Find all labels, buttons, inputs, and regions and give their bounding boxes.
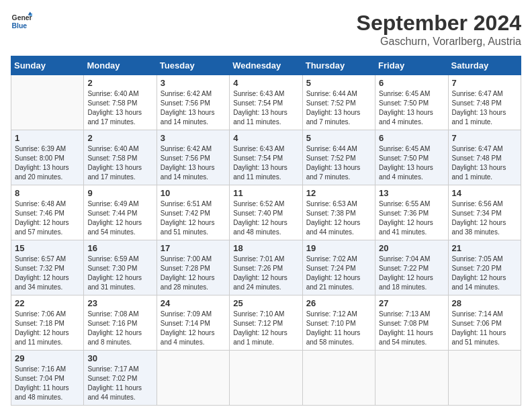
calendar-cell: 2Sunrise: 6:40 AMSunset: 7:58 PMDaylight… bbox=[84, 75, 157, 130]
calendar-cell: 6Sunrise: 6:45 AMSunset: 7:50 PMDaylight… bbox=[375, 75, 448, 130]
calendar-cell: 16Sunrise: 6:59 AMSunset: 7:30 PMDayligh… bbox=[84, 240, 157, 295]
day-info: Sunrise: 6:56 AMSunset: 7:34 PMDaylight:… bbox=[452, 200, 506, 236]
calendar-cell: 8Sunrise: 6:48 AMSunset: 7:46 PMDaylight… bbox=[11, 185, 84, 240]
day-number: 21 bbox=[452, 243, 517, 253]
calendar-cell: 25Sunrise: 7:10 AMSunset: 7:12 PMDayligh… bbox=[230, 295, 302, 351]
calendar-row: 29Sunrise: 7:16 AMSunset: 7:04 PMDayligh… bbox=[11, 351, 521, 406]
day-info: Sunrise: 7:16 AMSunset: 7:04 PMDaylight:… bbox=[15, 365, 69, 401]
day-info: Sunrise: 6:42 AMSunset: 7:56 PMDaylight:… bbox=[161, 145, 215, 181]
day-number: 23 bbox=[87, 298, 152, 308]
page-header: General Blue September 2024 Gaschurn, Vo… bbox=[11, 11, 521, 48]
day-info: Sunrise: 7:00 AMSunset: 7:28 PMDaylight:… bbox=[161, 255, 215, 291]
day-info: Sunrise: 6:49 AMSunset: 7:44 PMDaylight:… bbox=[87, 200, 142, 236]
calendar-table: Sunday Monday Tuesday Wednesday Thursday… bbox=[11, 56, 521, 406]
calendar-cell: 14Sunrise: 6:56 AMSunset: 7:34 PMDayligh… bbox=[448, 185, 521, 240]
calendar-cell: 1Sunrise: 6:39 AMSunset: 8:00 PMDaylight… bbox=[11, 130, 84, 185]
day-number: 24 bbox=[161, 298, 226, 308]
day-number: 7 bbox=[452, 133, 517, 143]
day-info: Sunrise: 7:01 AMSunset: 7:26 PMDaylight:… bbox=[233, 255, 287, 291]
day-number: 1 bbox=[15, 133, 80, 143]
svg-text:Blue: Blue bbox=[12, 22, 28, 30]
calendar-cell: 7Sunrise: 6:47 AMSunset: 7:48 PMDaylight… bbox=[448, 130, 521, 185]
day-info: Sunrise: 6:57 AMSunset: 7:32 PMDaylight:… bbox=[15, 255, 69, 291]
day-info: Sunrise: 7:17 AMSunset: 7:02 PMDaylight:… bbox=[87, 365, 142, 401]
day-info: Sunrise: 6:44 AMSunset: 7:52 PMDaylight:… bbox=[306, 90, 361, 126]
calendar-cell: 10Sunrise: 6:51 AMSunset: 7:42 PMDayligh… bbox=[157, 185, 229, 240]
day-info: Sunrise: 6:39 AMSunset: 8:00 PMDaylight:… bbox=[15, 145, 69, 181]
day-info: Sunrise: 7:04 AMSunset: 7:22 PMDaylight:… bbox=[379, 255, 433, 291]
day-info: Sunrise: 6:55 AMSunset: 7:36 PMDaylight:… bbox=[379, 200, 433, 236]
day-number: 26 bbox=[306, 298, 371, 308]
calendar-cell bbox=[302, 351, 375, 406]
calendar-cell: 3Sunrise: 6:42 AMSunset: 7:56 PMDaylight… bbox=[157, 130, 229, 185]
location-title: Gaschurn, Vorarlberg, Austria bbox=[357, 36, 521, 48]
day-number: 13 bbox=[379, 188, 444, 198]
calendar-cell: 22Sunrise: 7:06 AMSunset: 7:18 PMDayligh… bbox=[11, 295, 84, 351]
header-friday: Friday bbox=[375, 56, 448, 75]
day-number: 10 bbox=[161, 188, 226, 198]
calendar-cell: 30Sunrise: 7:17 AMSunset: 7:02 PMDayligh… bbox=[84, 351, 157, 406]
calendar-row: 1Sunrise: 6:39 AMSunset: 8:00 PMDaylight… bbox=[11, 130, 521, 185]
day-number: 6 bbox=[379, 78, 444, 88]
day-info: Sunrise: 6:45 AMSunset: 7:50 PMDaylight:… bbox=[379, 90, 433, 126]
calendar-cell bbox=[230, 351, 302, 406]
day-info: Sunrise: 6:45 AMSunset: 7:50 PMDaylight:… bbox=[379, 145, 433, 181]
day-info: Sunrise: 7:06 AMSunset: 7:18 PMDaylight:… bbox=[15, 310, 69, 346]
calendar-cell: 4Sunrise: 6:43 AMSunset: 7:54 PMDaylight… bbox=[230, 75, 302, 130]
day-info: Sunrise: 6:47 AMSunset: 7:48 PMDaylight:… bbox=[452, 90, 506, 126]
day-number: 30 bbox=[87, 353, 152, 363]
day-info: Sunrise: 6:47 AMSunset: 7:48 PMDaylight:… bbox=[452, 145, 506, 181]
calendar-cell: 11Sunrise: 6:52 AMSunset: 7:40 PMDayligh… bbox=[230, 185, 302, 240]
calendar-cell: 17Sunrise: 7:00 AMSunset: 7:28 PMDayligh… bbox=[157, 240, 229, 295]
calendar-cell: 7Sunrise: 6:47 AMSunset: 7:48 PMDaylight… bbox=[448, 75, 521, 130]
calendar-row: 8Sunrise: 6:48 AMSunset: 7:46 PMDaylight… bbox=[11, 185, 521, 240]
calendar-cell bbox=[448, 351, 521, 406]
calendar-cell: 20Sunrise: 7:04 AMSunset: 7:22 PMDayligh… bbox=[375, 240, 448, 295]
day-number: 8 bbox=[15, 188, 80, 198]
day-number: 29 bbox=[15, 353, 80, 363]
day-number: 6 bbox=[379, 133, 444, 143]
day-number: 25 bbox=[233, 298, 298, 308]
day-info: Sunrise: 7:13 AMSunset: 7:08 PMDaylight:… bbox=[379, 310, 433, 346]
day-info: Sunrise: 6:44 AMSunset: 7:52 PMDaylight:… bbox=[306, 145, 361, 181]
calendar-cell: 24Sunrise: 7:09 AMSunset: 7:14 PMDayligh… bbox=[157, 295, 229, 351]
day-number: 16 bbox=[87, 243, 152, 253]
day-number: 12 bbox=[306, 188, 371, 198]
calendar-row: 15Sunrise: 6:57 AMSunset: 7:32 PMDayligh… bbox=[11, 240, 521, 295]
header-saturday: Saturday bbox=[448, 56, 521, 75]
calendar-cell: 12Sunrise: 6:53 AMSunset: 7:38 PMDayligh… bbox=[302, 185, 375, 240]
day-info: Sunrise: 6:51 AMSunset: 7:42 PMDaylight:… bbox=[161, 200, 215, 236]
day-number: 19 bbox=[306, 243, 371, 253]
calendar-cell: 5Sunrise: 6:44 AMSunset: 7:52 PMDaylight… bbox=[302, 75, 375, 130]
day-info: Sunrise: 6:40 AMSunset: 7:58 PMDaylight:… bbox=[87, 90, 142, 126]
day-number: 3 bbox=[161, 78, 226, 88]
calendar-row: 22Sunrise: 7:06 AMSunset: 7:18 PMDayligh… bbox=[11, 295, 521, 351]
day-info: Sunrise: 7:10 AMSunset: 7:12 PMDaylight:… bbox=[233, 310, 287, 346]
calendar-cell: 21Sunrise: 7:05 AMSunset: 7:20 PMDayligh… bbox=[448, 240, 521, 295]
day-info: Sunrise: 6:48 AMSunset: 7:46 PMDaylight:… bbox=[15, 200, 69, 236]
logo-icon: General Blue bbox=[11, 11, 32, 32]
day-number: 3 bbox=[161, 133, 226, 143]
header-wednesday: Wednesday bbox=[230, 56, 302, 75]
day-info: Sunrise: 6:43 AMSunset: 7:54 PMDaylight:… bbox=[233, 145, 287, 181]
svg-text:General: General bbox=[12, 14, 32, 21]
day-number: 22 bbox=[15, 298, 80, 308]
calendar-cell bbox=[375, 351, 448, 406]
header-monday: Monday bbox=[84, 56, 157, 75]
logo: General Blue bbox=[11, 11, 32, 32]
day-number: 4 bbox=[233, 78, 298, 88]
calendar-cell: 5Sunrise: 6:44 AMSunset: 7:52 PMDaylight… bbox=[302, 130, 375, 185]
calendar-cell: 28Sunrise: 7:14 AMSunset: 7:06 PMDayligh… bbox=[448, 295, 521, 351]
day-number: 17 bbox=[161, 243, 226, 253]
calendar-cell: 19Sunrise: 7:02 AMSunset: 7:24 PMDayligh… bbox=[302, 240, 375, 295]
calendar-cell: 29Sunrise: 7:16 AMSunset: 7:04 PMDayligh… bbox=[11, 351, 84, 406]
day-info: Sunrise: 6:59 AMSunset: 7:30 PMDaylight:… bbox=[87, 255, 142, 291]
calendar-cell: 13Sunrise: 6:55 AMSunset: 7:36 PMDayligh… bbox=[375, 185, 448, 240]
calendar-cell bbox=[157, 351, 229, 406]
day-info: Sunrise: 7:14 AMSunset: 7:06 PMDaylight:… bbox=[452, 310, 506, 346]
month-title: September 2024 bbox=[357, 11, 521, 36]
header-tuesday: Tuesday bbox=[157, 56, 229, 75]
day-info: Sunrise: 7:09 AMSunset: 7:14 PMDaylight:… bbox=[161, 310, 215, 346]
day-number: 2 bbox=[87, 78, 152, 88]
day-number: 27 bbox=[379, 298, 444, 308]
